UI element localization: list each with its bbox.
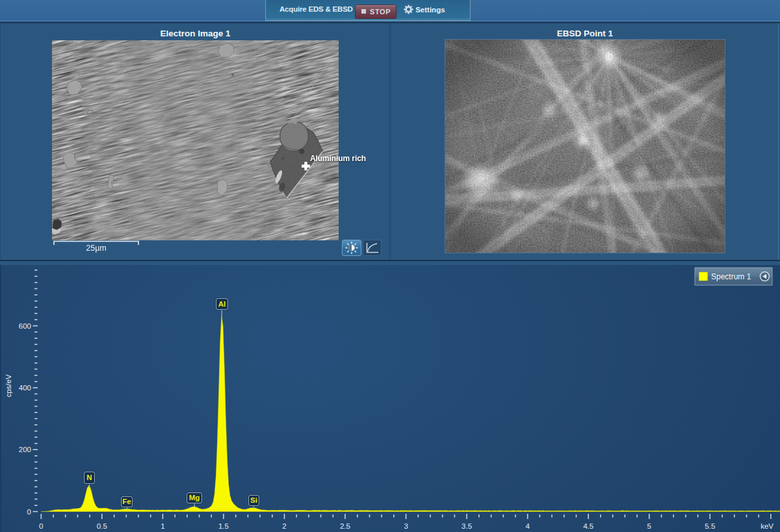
svg-text:3: 3 (404, 522, 408, 530)
svg-text:keV: keV (760, 522, 774, 530)
svg-text:cps/eV: cps/eV (5, 374, 12, 397)
svg-text:600: 600 (19, 322, 31, 330)
svg-text:1.5: 1.5 (218, 522, 229, 530)
svg-text:5: 5 (647, 522, 651, 530)
svg-text:2: 2 (282, 522, 286, 530)
svg-text:5.5: 5.5 (705, 522, 715, 530)
svg-text:400: 400 (19, 384, 31, 392)
svg-text:Spectrum 1: Spectrum 1 (711, 272, 751, 281)
svg-text:4: 4 (525, 522, 530, 530)
svg-text:2.5: 2.5 (340, 522, 350, 530)
svg-text:0: 0 (39, 522, 43, 530)
svg-text:1: 1 (161, 522, 164, 530)
svg-text:200: 200 (19, 446, 31, 453)
svg-text:0: 0 (27, 508, 31, 516)
svg-text:4.5: 4.5 (583, 522, 593, 530)
svg-text:3.5: 3.5 (462, 522, 472, 530)
svg-text:25µm: 25µm (86, 244, 107, 253)
svg-text:0.5: 0.5 (97, 522, 107, 530)
